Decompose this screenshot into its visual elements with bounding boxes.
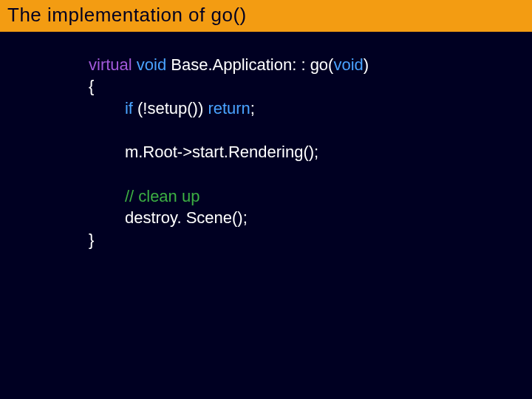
keyword-if: if — [125, 99, 133, 117]
code-block: virtual void Base.Application: : go(void… — [0, 32, 532, 251]
comment-cleanup: // clean up — [125, 187, 200, 205]
keyword-return: return — [208, 99, 250, 117]
brace-close: } — [89, 231, 94, 249]
slide-title: The implementation of go() — [0, 0, 532, 32]
keyword-void: void — [137, 55, 166, 74]
class-and-method: Base.Application: : go( — [171, 55, 333, 74]
start-rendering-line: m.Root->start.Rendering(); — [125, 143, 318, 161]
decl-close-paren: ) — [364, 55, 369, 74]
if-condition: (!setup()) — [133, 99, 208, 117]
slide: The implementation of go() virtual void … — [0, 0, 532, 399]
brace-open: { — [89, 77, 94, 95]
keyword-virtual: virtual — [89, 55, 132, 74]
keyword-void-param: void — [333, 55, 363, 74]
semicolon-1: ; — [250, 99, 255, 117]
destroy-scene-line: destroy. Scene(); — [125, 208, 248, 227]
